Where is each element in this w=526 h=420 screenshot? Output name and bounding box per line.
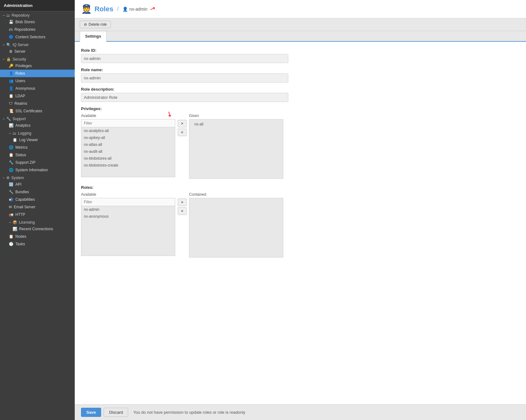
list-item[interactable]: nx-analytics-all: [81, 127, 175, 134]
roles-available-list[interactable]: nx-adminnx-anonymous: [81, 206, 175, 256]
sidebar-item-roles[interactable]: 👤 Roles: [0, 70, 75, 77]
repository-icon: 🗂: [6, 13, 10, 18]
roles-icon: 👤: [9, 71, 14, 76]
privileges-given-label: Given: [189, 114, 283, 118]
role-name-input[interactable]: [81, 73, 288, 82]
sidebar-item-api[interactable]: 🔢 API: [0, 181, 75, 188]
role-id-row: Role ID:: [81, 48, 520, 63]
delete-role-button[interactable]: ⊖ Delete role: [80, 21, 111, 28]
sidebar-item-status[interactable]: 📋 Status: [0, 151, 75, 159]
sidebar-item-nodes[interactable]: 📋 Nodes: [0, 233, 75, 240]
list-item[interactable]: nx-all: [192, 121, 280, 128]
sidebar-item-ssl-certs[interactable]: 📜 SSL Certificates: [0, 107, 75, 115]
breadcrumb: 👤 nx-admin ↙: [122, 5, 155, 13]
blob-stores-icon: 💾: [9, 20, 14, 24]
sidebar-group-support[interactable]: − 🔧 Support: [0, 115, 75, 122]
http-icon: 🚛: [9, 212, 14, 217]
sidebar-item-realms[interactable]: 🛡 Realms: [0, 100, 75, 107]
move-left-button[interactable]: <: [178, 129, 187, 136]
list-item[interactable]: nx-audit-all: [81, 148, 175, 155]
sidebar-group-security[interactable]: − 🔒 Security: [0, 55, 75, 62]
sidebar-item-recent-connections[interactable]: 📊 Recent Connections: [0, 225, 75, 233]
sidebar-item-users[interactable]: 👥 Users: [0, 77, 75, 85]
minus-icon: −: [3, 43, 5, 47]
privileges-icon: 🔑: [9, 64, 14, 68]
support-zip-icon: 🔧: [9, 160, 14, 165]
repositories-icon: 🗃: [9, 27, 13, 32]
privileges-filter-input[interactable]: [81, 119, 175, 127]
sidebar-item-label: Tasks: [15, 242, 25, 246]
roles-contained-panel: Contained: [189, 192, 283, 258]
save-button[interactable]: Save: [81, 408, 101, 417]
minus-icon: −: [9, 220, 11, 225]
logging-icon: 🗂: [13, 131, 16, 136]
minus-icon: −: [3, 117, 5, 121]
privileges-dual-list: Available nx-analytics-allnx-apikey-alln…: [81, 114, 520, 179]
role-id-label: Role ID:: [81, 48, 520, 53]
sidebar-group-iq-server[interactable]: − 🔍 IQ Server: [0, 41, 75, 48]
sidebar: Administration − 🗂 Repository 💾 Blob Sto…: [0, 0, 75, 420]
move-right-button[interactable]: >: [178, 120, 187, 127]
sidebar-item-email-server[interactable]: ✉ Email Server: [0, 203, 75, 211]
minus-icon: −: [3, 13, 5, 18]
list-item[interactable]: nx-blobstores-create: [81, 162, 175, 169]
sidebar-item-logging[interactable]: − 🗂 Logging: [0, 129, 75, 136]
sidebar-item-anonymous[interactable]: 👤 Anonymous: [0, 85, 75, 92]
sidebar-item-label: LDAP: [15, 94, 25, 98]
nodes-icon: 📋: [9, 234, 14, 239]
sidebar-item-label: Roles: [15, 71, 25, 76]
sidebar-item-label: Recent Connections: [19, 227, 53, 231]
breadcrumb-separator: /: [117, 6, 119, 12]
sidebar-item-metrics[interactable]: 🌐 Metrics: [0, 144, 75, 151]
analytics-icon: 📊: [9, 123, 14, 128]
sidebar-item-capabilities[interactable]: 📬 Capabilities: [0, 196, 75, 203]
sidebar-item-privileges[interactable]: 🔑 Privileges: [0, 62, 75, 70]
sidebar-item-licensing[interactable]: − 📦 Licensing: [0, 218, 75, 225]
sidebar-group-security-label: Security: [13, 57, 26, 61]
privileges-section: Privileges: Available nx-analytics-allnx…: [81, 106, 520, 179]
settings-content: Role ID: Role name: Role description: Pr…: [75, 42, 526, 412]
sidebar-item-label: HTTP: [15, 212, 25, 217]
roles-contained-list[interactable]: [189, 198, 283, 258]
sidebar-item-blob-stores[interactable]: 💾 Blob Stores: [0, 18, 75, 26]
sidebar-item-iq-server[interactable]: 🖥 Server: [0, 48, 75, 55]
list-item[interactable]: nx-apikey-all: [81, 134, 175, 141]
sidebar-item-analytics[interactable]: 📊 Analytics: [0, 122, 75, 129]
api-icon: 🔢: [9, 182, 14, 187]
list-item[interactable]: nx-admin: [81, 206, 175, 213]
sidebar-group-system[interactable]: − ⚙ System: [0, 174, 75, 181]
sidebar-item-content-selectors[interactable]: 🔵 Content Selectors: [0, 33, 75, 41]
sidebar-item-repositories[interactable]: 🗃 Repositories: [0, 26, 75, 33]
sidebar-item-ldap[interactable]: 📋 LDAP: [0, 92, 75, 100]
sidebar-item-bundles[interactable]: 🔧 Bundles: [0, 188, 75, 196]
roles-move-right-button[interactable]: >: [178, 199, 187, 206]
delete-icon: ⊖: [84, 22, 87, 27]
sidebar-item-label: Analytics: [15, 123, 30, 128]
minus-icon: −: [3, 57, 5, 61]
capabilities-icon: 📬: [9, 197, 14, 202]
list-item[interactable]: nx-atlas-all: [81, 141, 175, 148]
list-item[interactable]: nx-anonymous: [81, 213, 175, 220]
sidebar-item-label: Email Server: [14, 205, 35, 209]
system-info-icon: 🌐: [9, 168, 14, 172]
role-id-input[interactable]: [81, 54, 288, 63]
role-desc-input[interactable]: [81, 93, 288, 102]
sidebar-item-log-viewer[interactable]: 📋 Log Viewer: [0, 136, 75, 144]
discard-button[interactable]: Discard: [104, 408, 128, 417]
sidebar-item-http[interactable]: 🚛 HTTP: [0, 211, 75, 218]
sidebar-item-support-zip[interactable]: 🔧 Support ZIP: [0, 159, 75, 166]
tab-settings[interactable]: Settings: [80, 31, 106, 42]
roles-move-left-button[interactable]: <: [178, 207, 187, 215]
sidebar-group-repository[interactable]: − 🗂 Repository: [0, 11, 75, 18]
privileges-given-list[interactable]: nx-all: [189, 119, 283, 179]
email-server-icon: ✉: [9, 205, 12, 209]
sidebar-item-label: Server: [14, 49, 25, 54]
sidebar-item-tasks[interactable]: 🕐 Tasks: [0, 240, 75, 248]
sidebar-item-label: Support ZIP: [15, 160, 35, 165]
list-item[interactable]: nx-blobstores-all: [81, 155, 175, 162]
realms-icon: 🛡: [9, 101, 13, 106]
log-viewer-icon: 📋: [13, 138, 17, 142]
sidebar-item-system-info[interactable]: 🌐 System Information: [0, 166, 75, 174]
privileges-available-list[interactable]: nx-analytics-allnx-apikey-allnx-atlas-al…: [81, 127, 175, 177]
roles-filter-input[interactable]: [81, 198, 175, 206]
